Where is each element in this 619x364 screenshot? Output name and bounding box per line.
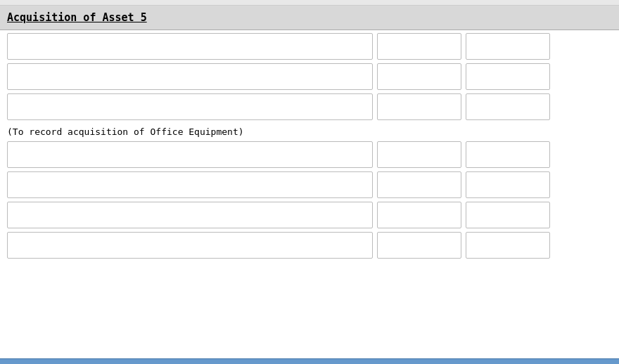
table-row [7,202,612,228]
cell-account-4[interactable] [7,141,373,168]
table-row [7,63,612,90]
cell-debit-2[interactable] [377,63,461,90]
cell-account-3[interactable] [7,93,373,120]
bottom-bar [0,358,619,364]
cell-debit-5[interactable] [377,171,461,198]
cell-credit-4[interactable] [466,141,550,168]
table-row [7,171,612,198]
top-bar [0,0,619,6]
cell-credit-5[interactable] [466,171,550,198]
cell-account-7[interactable] [7,232,373,259]
cell-debit-3[interactable] [377,93,461,120]
table-area: (To record acquisition of Office Equipme… [0,30,619,265]
table-row [7,33,612,60]
cell-debit-6[interactable] [377,202,461,228]
cell-credit-3[interactable] [466,93,550,120]
cell-debit-1[interactable] [377,33,461,60]
cell-debit-7[interactable] [377,232,461,259]
cell-account-2[interactable] [7,63,373,90]
section-header: Acquisition of Asset 5 [0,6,619,30]
table-row [7,232,612,259]
cell-account-5[interactable] [7,171,373,198]
cell-credit-1[interactable] [466,33,550,60]
cell-credit-6[interactable] [466,202,550,228]
table-row [7,141,612,168]
cell-credit-7[interactable] [466,232,550,259]
cell-debit-4[interactable] [377,141,461,168]
cell-account-6[interactable] [7,202,373,228]
section-title: Acquisition of Asset 5 [7,11,147,24]
cell-account-1[interactable] [7,33,373,60]
table-row [7,93,612,120]
page-wrapper: Acquisition of Asset 5 (To record acquis… [0,0,619,364]
cell-credit-2[interactable] [466,63,550,90]
note-text: (To record acquisition of Office Equipme… [7,124,612,141]
